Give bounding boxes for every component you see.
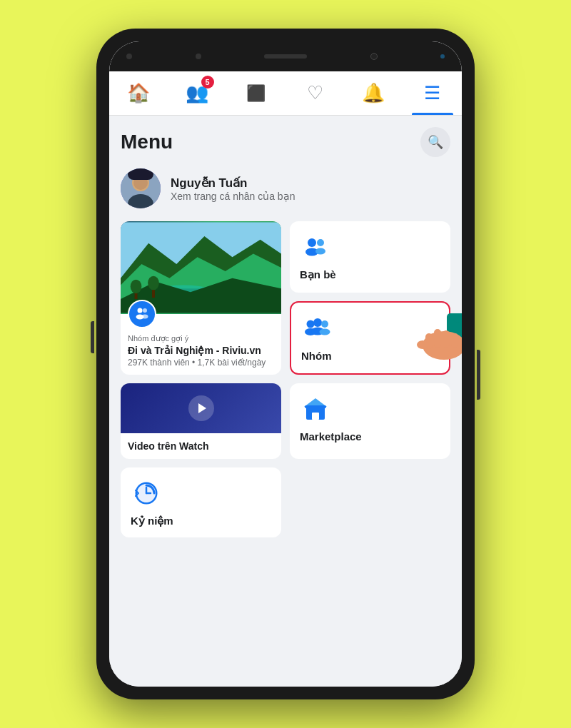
notch-dot-left [126, 54, 132, 59]
notch-speaker [264, 54, 307, 59]
home-icon: 🏠 [127, 82, 150, 104]
watch-menu-card[interactable]: Video trên Watch [121, 383, 281, 459]
search-button[interactable]: 🔍 [420, 127, 450, 157]
nav-bar: 🏠 👥 5 ⬛ ♡ 🔔 ☰ [109, 71, 462, 116]
menu-title: Menu [121, 131, 173, 153]
profile-row[interactable]: Nguyễn Tuấn Xem trang cá nhân của bạn [121, 168, 450, 208]
avatar [121, 168, 161, 208]
avatar-image [121, 168, 161, 208]
hand-pointer [417, 313, 462, 363]
friends-card-icon [300, 231, 331, 263]
memories-menu-card[interactable]: Kỷ niệm [121, 467, 281, 537]
groups-menu-card[interactable]: Nhóm [290, 301, 450, 375]
nav-friends[interactable]: 👥 5 [168, 71, 226, 115]
memories-svg-icon [133, 480, 160, 507]
friends-badge: 5 [201, 76, 214, 89]
groups-svg-icon [303, 315, 330, 342]
watch-card-label: Video trên Watch [121, 433, 281, 459]
watch-card-thumbnail [121, 383, 281, 433]
svg-point-22 [315, 248, 325, 255]
notch-dot-2 [196, 54, 201, 59]
marketplace-svg-icon [302, 395, 329, 423]
svg-rect-4 [128, 168, 153, 180]
svg-rect-41 [305, 405, 326, 408]
menu-header: Menu 🔍 [121, 127, 450, 157]
svg-point-17 [143, 308, 147, 313]
watch-nav-icon: ⬛ [246, 84, 266, 103]
svg-point-15 [138, 308, 143, 313]
friends-menu-card[interactable]: Bạn bè [290, 221, 450, 293]
memories-card-icon [131, 477, 162, 509]
play-icon [193, 400, 209, 416]
status-bar [109, 41, 462, 71]
svg-point-31 [423, 331, 462, 360]
featured-group-card[interactable]: Nhóm được gợi ý Đi và Trải Nghiệm - Rivi… [121, 221, 281, 375]
svg-rect-32 [425, 333, 433, 349]
svg-point-12 [131, 280, 142, 294]
watch-icon-circle [188, 395, 214, 421]
nav-home[interactable]: 🏠 [109, 71, 168, 115]
groups-card-label: Nhóm [301, 350, 332, 362]
group-card-body: Nhóm được gợi ý Đi và Trải Nghiệm - Rivi… [121, 314, 281, 375]
marketplace-card-label: Marketplace [300, 430, 362, 443]
bell-icon: 🔔 [362, 82, 385, 104]
friends-card-label: Bạn bè [300, 268, 336, 281]
svg-rect-35 [451, 333, 458, 348]
nav-notifications[interactable]: 🔔 [344, 71, 403, 115]
svg-point-19 [308, 238, 316, 247]
notch-sensor [440, 54, 445, 59]
svg-point-28 [320, 329, 330, 335]
svg-point-21 [317, 239, 324, 246]
svg-point-23 [307, 320, 315, 328]
nav-menu[interactable]: ☰ [403, 71, 462, 115]
search-icon: 🔍 [428, 134, 443, 150]
group-badge-label: Nhóm được gợi ý [128, 334, 274, 343]
groups-card-icon [301, 313, 333, 344]
group-meta: 297K thành viên • 1,7K bài viết/ngày [128, 358, 274, 368]
front-camera [370, 53, 378, 60]
phone-frame: 🏠 👥 5 ⬛ ♡ 🔔 ☰ Menu [96, 29, 475, 699]
svg-rect-39 [312, 413, 319, 420]
profile-subtitle: Xem trang cá nhân của bạn [171, 191, 295, 202]
phone-screen: 🏠 👥 5 ⬛ ♡ 🔔 ☰ Menu [109, 41, 462, 687]
menu-icon: ☰ [424, 82, 440, 104]
marketplace-menu-card[interactable]: Marketplace [290, 383, 450, 459]
group-card-avatar [128, 300, 156, 328]
svg-marker-37 [198, 403, 206, 413]
group-name: Đi và Trải Nghiệm - Riviu.vn [128, 345, 274, 356]
content-area: Menu 🔍 Nguyễn Tuấn [109, 116, 462, 687]
svg-point-30 [453, 313, 462, 323]
svg-rect-33 [434, 329, 441, 348]
svg-rect-34 [443, 330, 450, 348]
svg-point-27 [321, 320, 328, 328]
marketplace-card-icon [300, 393, 331, 425]
nav-dating[interactable]: ♡ [286, 71, 344, 115]
profile-info: Nguyễn Tuấn Xem trang cá nhân của bạn [171, 176, 295, 202]
nav-watch[interactable]: ⬛ [227, 71, 286, 115]
svg-point-25 [313, 318, 322, 327]
profile-name: Nguyễn Tuấn [171, 176, 295, 191]
svg-rect-29 [447, 313, 462, 340]
friends-svg-icon [302, 233, 329, 261]
svg-point-18 [142, 315, 148, 319]
dating-nav-icon: ♡ [307, 82, 323, 104]
memories-card-label: Kỷ niệm [131, 515, 173, 527]
svg-point-36 [417, 340, 428, 349]
menu-grid: Nhóm được gợi ý Đi và Trải Nghiệm - Rivi… [121, 221, 450, 537]
svg-point-14 [148, 276, 159, 290]
